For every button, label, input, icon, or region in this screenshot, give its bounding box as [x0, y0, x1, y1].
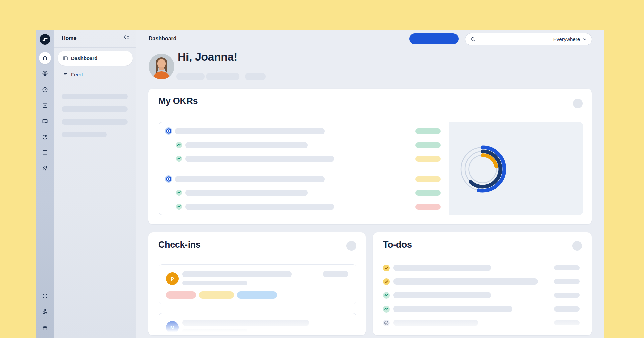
closed-check-icon — [383, 319, 390, 327]
app-logo[interactable] — [40, 34, 50, 45]
to-dos-card: To-dos — [373, 232, 592, 335]
skeleton-bar — [182, 281, 247, 285]
apps-add-icon — [42, 308, 48, 315]
gear-icon — [42, 324, 48, 331]
card-menu-skeleton — [572, 241, 582, 251]
dots-grid-icon — [42, 293, 48, 299]
card-menu-skeleton — [346, 241, 356, 251]
rail-item-performance[interactable] — [42, 86, 48, 93]
avatar-portrait — [149, 54, 174, 79]
search-input[interactable] — [479, 35, 546, 43]
skeleton-pill — [323, 271, 348, 277]
skeleton-bar — [62, 132, 107, 137]
search-scope-label: Everywhere — [553, 36, 580, 42]
status-pill-green — [415, 190, 441, 196]
skeleton-pill — [554, 293, 580, 298]
avatar-badge: M — [166, 321, 179, 334]
check-ins-card: Check-ins P M — [148, 232, 366, 335]
sidebar: Home Dashboard Feed — [54, 30, 136, 338]
sidebar-item-label: Dashboard — [71, 55, 97, 61]
skeleton-bar — [175, 176, 325, 182]
rail-item-tasks[interactable] — [42, 102, 48, 109]
skeleton-bar — [185, 142, 308, 148]
home-icon — [42, 55, 48, 61]
skeleton-bar — [175, 128, 325, 134]
skeleton-bar — [182, 320, 309, 326]
sidebar-item-dashboard[interactable]: Dashboard — [58, 51, 133, 66]
key-result-icon — [176, 142, 182, 148]
skeleton-bar — [393, 278, 538, 285]
skeleton-pill — [206, 73, 239, 80]
skeleton-bar — [182, 271, 292, 277]
rail-item-people[interactable] — [42, 165, 48, 172]
skeleton-pill — [554, 306, 580, 312]
progress-donut-chart — [458, 144, 508, 194]
my-okrs-card: My OKRs — [148, 89, 592, 224]
rail-item-home[interactable] — [39, 52, 51, 64]
skeleton-bar — [393, 292, 491, 298]
check-ins-title: Check-ins — [158, 240, 200, 250]
tag-pill-yellow — [199, 291, 234, 299]
skeleton-bar — [62, 94, 128, 99]
greeting-title: Hi, Joanna! — [178, 50, 237, 63]
status-pill-yellow — [415, 156, 441, 162]
rail-item-meetings[interactable] — [42, 118, 48, 125]
screen: Home Dashboard Feed Dashboard — [0, 0, 644, 338]
rail-item-goals[interactable] — [42, 70, 48, 77]
skeleton-bar — [393, 320, 478, 326]
feed-lines-icon — [62, 71, 68, 77]
page-title: Dashboard — [149, 36, 177, 42]
status-pill-red — [415, 204, 441, 210]
rail-item-settings[interactable] — [42, 324, 48, 331]
rail-item-launcher[interactable] — [42, 293, 48, 299]
sidebar-item-label: Feed — [71, 72, 83, 77]
pie-chart-icon — [42, 134, 48, 140]
objective-icon — [165, 127, 173, 135]
skeleton-bar — [393, 265, 491, 271]
key-result-icon — [176, 189, 182, 196]
key-result-icon — [176, 203, 182, 210]
tag-pill-red — [166, 291, 196, 299]
logo-swoosh-icon — [42, 36, 48, 42]
skeleton-pill — [554, 265, 580, 270]
check-in-entry[interactable]: P — [159, 264, 356, 304]
avatar-badge: P — [166, 272, 179, 285]
check-in-entry[interactable]: M — [159, 313, 356, 335]
skeleton-bar — [62, 119, 128, 125]
check-square-icon — [42, 102, 48, 109]
okr-progress-section — [449, 122, 583, 215]
objective-icon — [165, 175, 173, 183]
app-window: Home Dashboard Feed Dashboard — [36, 30, 604, 338]
chevron-down-icon — [582, 37, 587, 42]
divider — [159, 169, 449, 169]
skeleton-pill — [554, 279, 580, 284]
icon-rail — [36, 30, 54, 338]
key-result-icon — [383, 292, 390, 299]
top-bar: Dashboard Everywhere — [54, 30, 604, 47]
bar-chart-icon — [42, 149, 48, 156]
skeleton-bar — [393, 306, 512, 312]
sidebar-item-feed[interactable]: Feed — [58, 67, 133, 82]
my-okrs-title: My OKRs — [158, 96, 198, 106]
whiteboard-icon — [42, 118, 48, 125]
rail-item-reports[interactable] — [42, 134, 48, 140]
rail-item-analytics[interactable] — [42, 149, 48, 156]
skeleton-pill — [176, 73, 205, 80]
status-pill-yellow — [415, 176, 441, 182]
user-avatar — [149, 54, 174, 79]
status-pill-green — [415, 128, 441, 134]
target-icon — [42, 70, 48, 77]
skeleton-bar — [185, 156, 334, 162]
key-result-icon — [383, 305, 390, 313]
todo-check-icon — [383, 264, 390, 272]
users-icon — [42, 165, 48, 172]
search-scope-dropdown[interactable]: Everywhere — [549, 33, 592, 45]
status-pill-green — [415, 142, 441, 148]
skeleton-pill — [245, 73, 266, 80]
rail-item-integrations[interactable] — [42, 308, 48, 315]
search-bar[interactable]: Everywhere — [465, 33, 592, 45]
okr-list-panel — [159, 122, 583, 215]
primary-action-button[interactable] — [409, 33, 459, 44]
skeleton-bar — [62, 106, 128, 112]
key-result-icon — [176, 155, 182, 162]
